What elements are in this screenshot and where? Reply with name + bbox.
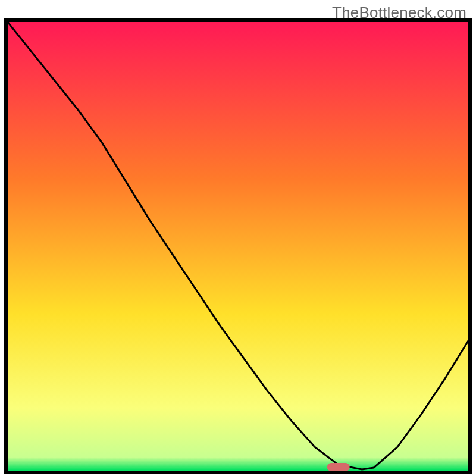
chart-frame: TheBottleneck.com	[0, 0, 476, 476]
bottleneck-chart	[0, 0, 476, 476]
optimal-marker	[327, 463, 350, 471]
gradient-background	[8, 22, 468, 471]
